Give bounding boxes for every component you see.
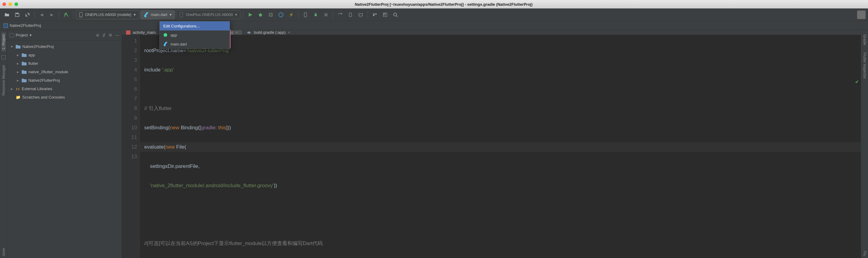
search-everywhere-button[interactable] xyxy=(391,10,400,19)
flutter-outline-tool-tab[interactable]: Flu xyxy=(863,249,867,258)
collapse-icon[interactable]: ⇵ xyxy=(102,33,105,37)
module-icon xyxy=(22,78,27,82)
tree-label: native_2flutter_module xyxy=(28,70,68,74)
close-window-icon[interactable] xyxy=(2,2,6,6)
line-gutter: 1 2 3 4 5 6 7 8 9 10 11 12 13 xyxy=(122,35,140,258)
resource-manager-tool-tab[interactable]: Resource Manager xyxy=(1,63,6,97)
tree-item[interactable]: ▸ app xyxy=(8,51,120,59)
gradle-icon xyxy=(247,30,251,35)
run-config-selector[interactable]: main.dart ▾ xyxy=(140,10,175,19)
tool-icon[interactable] xyxy=(1,55,6,60)
run-button[interactable] xyxy=(246,10,255,19)
breadcrumb-project[interactable]: Native2FlutterProj xyxy=(10,23,41,28)
close-icon[interactable]: × xyxy=(236,30,238,35)
flutter-icon xyxy=(163,42,167,46)
tree-item[interactable]: ▸ Native2FlutterProj xyxy=(8,76,120,84)
hot-reload-button[interactable]: ⚡ xyxy=(287,10,296,19)
code-content[interactable]: rootProject.name='Native2FlutterProj' in… xyxy=(140,35,861,258)
gradle-tool-tab[interactable]: Gradle xyxy=(863,33,867,47)
close-icon[interactable]: × xyxy=(288,30,290,35)
arrow-down-icon: ▾ xyxy=(11,44,14,49)
device-manager-button[interactable] xyxy=(346,10,355,19)
run-config-dropdown: Edit Configurations... app main.dart xyxy=(159,21,230,49)
project-icon xyxy=(4,24,8,28)
svg-line-7 xyxy=(262,14,262,14)
flutter-inspector-tool-tab[interactable]: Flutter Inspector xyxy=(863,51,867,80)
stop-button[interactable] xyxy=(321,10,331,19)
line-number: 3 xyxy=(122,56,137,65)
editor-area: activity_main. settings.gradle (Native2F… xyxy=(122,30,861,258)
chevron-down-icon: ▾ xyxy=(169,12,172,17)
line-number: 8 xyxy=(122,104,137,113)
edit-configurations-item[interactable]: Edit Configurations... xyxy=(160,22,230,30)
line-number: 11 xyxy=(122,133,137,142)
breadcrumb: Native2FlutterProj xyxy=(0,21,868,30)
code-editor[interactable]: 1 2 3 4 5 6 7 8 9 10 11 12 13 rootProjec… xyxy=(122,35,861,258)
svg-point-2 xyxy=(81,16,81,16)
sdk-manager-button[interactable] xyxy=(356,10,365,19)
module-icon xyxy=(22,53,27,57)
svg-rect-14 xyxy=(359,13,363,16)
chevron-down-icon: ▾ xyxy=(134,12,136,17)
arrow-right-icon: ▸ xyxy=(17,61,20,66)
tree-label: Scratches and Consoles xyxy=(22,95,65,100)
module-icon xyxy=(16,44,21,48)
hide-icon[interactable]: — xyxy=(115,33,119,37)
project-tool-tab[interactable]: 1: Project xyxy=(1,33,6,51)
run-config-label: main.dart xyxy=(151,12,167,17)
line-number: 12 xyxy=(122,142,137,152)
layout-inspector-button[interactable] xyxy=(380,10,390,19)
svg-rect-0 xyxy=(16,13,18,14)
sync-gradle-button[interactable] xyxy=(336,10,345,19)
profiler-button[interactable] xyxy=(276,10,285,19)
save-button[interactable] xyxy=(13,10,22,19)
run-config-main-dart-item[interactable]: main.dart xyxy=(160,39,230,48)
project-panel-title[interactable]: Project xyxy=(16,33,28,37)
line-number: 2 xyxy=(122,46,137,56)
line-number: 5 xyxy=(122,75,137,84)
user-avatar[interactable] xyxy=(857,10,866,19)
line-number: 13 xyxy=(122,152,137,161)
scratches-icon: 📁 xyxy=(16,95,21,100)
svg-rect-3 xyxy=(180,12,183,17)
run-config-app-item[interactable]: app xyxy=(160,30,230,39)
avd-manager-button[interactable] xyxy=(301,10,310,19)
maximize-window-icon[interactable] xyxy=(14,2,18,6)
target-label: OnePlus ONEPLUS A6000 xyxy=(186,12,233,17)
structure-tool-tab[interactable]: cture xyxy=(1,246,6,258)
debug-button[interactable] xyxy=(256,10,265,19)
forward-button[interactable]: ▶ xyxy=(48,10,56,19)
target-selector[interactable]: OnePlus ONEPLUS A6000 ▾ xyxy=(176,10,241,19)
tab-activity-main[interactable]: activity_main. xyxy=(122,30,161,35)
resource-manager-button[interactable] xyxy=(370,10,379,19)
left-tool-strip: 1: Project Resource Manager cture xyxy=(0,30,7,258)
device-selector[interactable]: ONEPLUS A6000 (mobile) ▾ xyxy=(76,10,139,19)
tab-label: activity_main. xyxy=(133,30,157,35)
gear-icon[interactable]: ⚙ xyxy=(108,33,112,37)
line-number: 1 xyxy=(122,36,137,46)
dd-label: app xyxy=(170,33,177,37)
line-number: 9 xyxy=(122,113,137,123)
device-label: ONEPLUS A6000 (mobile) xyxy=(85,12,131,17)
tab-build-gradle[interactable]: build.gradle (:app) × xyxy=(242,30,294,35)
tree-item[interactable]: ▸ flutter xyxy=(8,59,120,68)
project-tree: ▾ Native2FlutterProj ▸ app ▸ flutter ▸ n… xyxy=(7,40,122,103)
minimize-window-icon[interactable] xyxy=(8,2,12,6)
back-button[interactable]: ◀ xyxy=(37,10,46,19)
make-project-button[interactable] xyxy=(62,10,71,19)
svg-point-17 xyxy=(394,13,397,16)
attach-debugger-button[interactable] xyxy=(311,10,320,19)
tree-item[interactable]: ▸ native_2flutter_module xyxy=(8,68,120,76)
svg-line-6 xyxy=(259,14,259,14)
tab-label: build.gradle (:app) xyxy=(254,30,285,35)
target-icon[interactable]: ⊕ xyxy=(96,33,99,37)
svg-point-4 xyxy=(259,13,262,16)
svg-point-12 xyxy=(341,13,342,14)
tree-item-external[interactable]: ▸ ⫾⫾ External Libraries xyxy=(8,84,120,93)
tree-root[interactable]: ▾ Native2FlutterProj xyxy=(8,42,120,51)
sync-button[interactable] xyxy=(23,10,32,19)
chevron-down-icon[interactable]: ▾ xyxy=(30,33,32,37)
coverage-button[interactable] xyxy=(266,10,275,19)
tree-item-scratches[interactable]: 📁 Scratches and Consoles xyxy=(8,93,120,101)
open-button[interactable] xyxy=(2,10,11,19)
